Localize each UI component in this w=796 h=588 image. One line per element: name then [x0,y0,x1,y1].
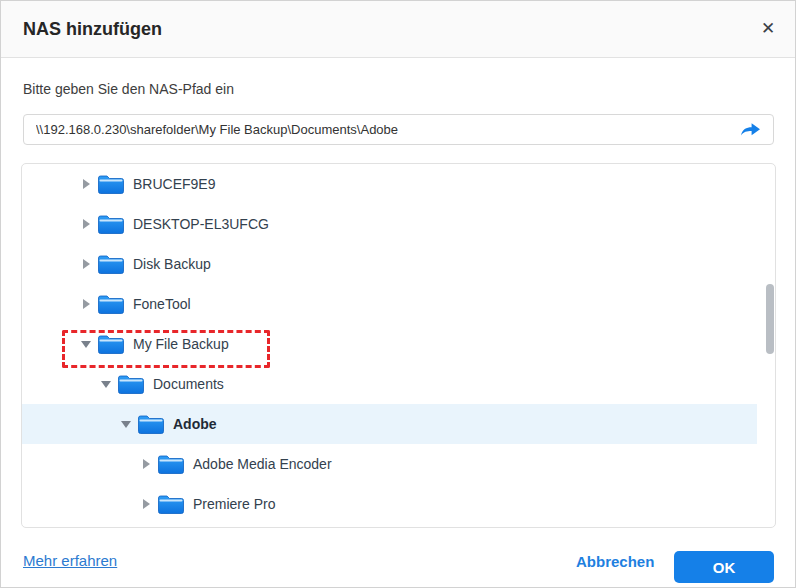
close-icon[interactable]: ✕ [753,14,783,44]
tree-item-selected[interactable]: Adobe [22,404,757,444]
scrollbar-thumb[interactable] [766,284,774,354]
folder-icon [98,254,124,274]
tree-item-label: Premiere Pro [193,496,275,512]
cancel-button[interactable]: Abbrechen [576,553,650,570]
expand-arrow-icon[interactable] [83,299,90,309]
folder-icon [138,414,164,434]
folder-icon [98,334,124,354]
tree-item[interactable]: Adobe Media Encoder [22,444,775,484]
tree-item[interactable]: FoneTool [22,284,775,324]
tree-item-label: BRUCEF9E9 [133,176,215,192]
expand-arrow-icon[interactable] [83,259,90,269]
expand-arrow-icon[interactable] [83,179,90,189]
nas-path-input[interactable] [24,115,773,144]
folder-icon [158,454,184,474]
collapse-arrow-icon[interactable] [121,421,131,428]
tree-item-label: Documents [153,376,224,392]
path-input-label: Bitte geben Sie den NAS-Pfad ein [23,81,234,97]
folder-tree: BRUCEF9E9 DESKTOP-EL3UFCG Disk Backup Fo… [21,163,776,528]
folder-icon [98,294,124,314]
nas-add-dialog: NAS hinzufügen ✕ Bitte geben Sie den NAS… [0,0,796,588]
expand-arrow-icon[interactable] [143,499,150,509]
folder-icon [158,494,184,514]
dialog-title: NAS hinzufügen [23,1,162,57]
tree-item[interactable]: Disk Backup [22,244,775,284]
tree-item-label: My File Backup [133,336,229,352]
expand-arrow-icon[interactable] [83,219,90,229]
tree-item[interactable]: Premiere Pro [22,484,775,524]
ok-button[interactable]: OK [674,551,774,583]
folder-icon [118,374,144,394]
tree-item-label: Adobe Media Encoder [193,456,332,472]
folder-icon [98,214,124,234]
tree-item[interactable]: Documents [22,364,775,404]
tree-item-label: DESKTOP-EL3UFCG [133,216,269,232]
folder-icon [98,174,124,194]
forward-arrow-icon[interactable] [739,122,761,138]
tree-item[interactable]: DESKTOP-EL3UFCG [22,204,775,244]
tree-item-label: Adobe [173,416,217,432]
collapse-arrow-icon[interactable] [81,341,91,348]
expand-arrow-icon[interactable] [143,459,150,469]
collapse-arrow-icon[interactable] [101,381,111,388]
dialog-header: NAS hinzufügen ✕ [1,1,795,58]
path-input-wrap [23,114,774,145]
tree-item[interactable]: BRUCEF9E9 [22,164,775,204]
tree-item-my-file-backup[interactable]: My File Backup [22,324,775,364]
learn-more-link[interactable]: Mehr erfahren [23,552,117,569]
tree-item-label: FoneTool [133,296,191,312]
tree-item-label: Disk Backup [133,256,211,272]
